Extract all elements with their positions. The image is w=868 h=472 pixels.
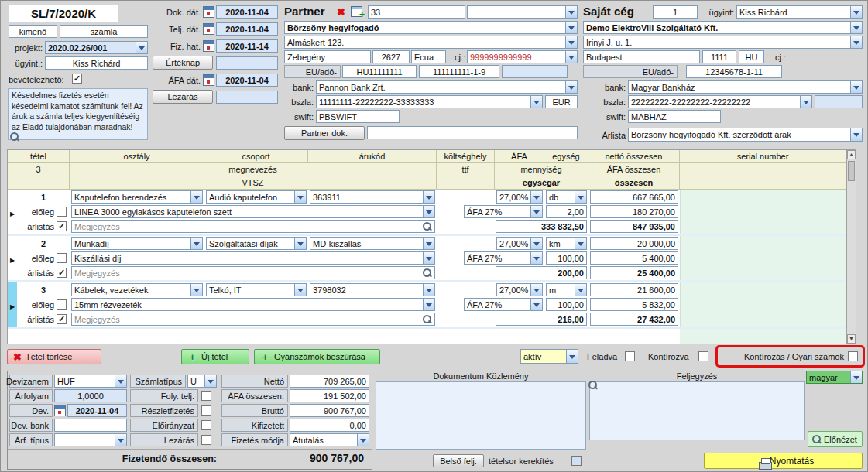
partner-extra-field[interactable] [502,65,568,78]
row-select-marker[interactable]: ▶ [8,190,17,234]
arukod-select[interactable]: MD-kiszallas [310,237,435,250]
company-city-field[interactable]: Budapest [583,50,700,63]
company-country-field[interactable]: HU [739,50,764,63]
lezaras-button[interactable]: Lezárás [153,90,213,104]
arukod-select[interactable]: 363911 [310,190,435,204]
company-zip-field[interactable]: 1111 [702,50,736,63]
kozlemeny-textarea[interactable] [376,381,586,450]
eloleg-checkbox[interactable] [57,253,67,263]
fiz-hat-calendar-icon[interactable] [203,40,214,52]
scroll-thumb[interactable] [848,161,855,181]
partner-bank-select[interactable]: Pannon Bank Zrt. [316,80,578,94]
arfolyam-field[interactable]: 1,0000 [54,389,127,402]
table-scrollbar[interactable]: ▲ ▼ [846,150,856,344]
partner-cj-select[interactable]: 9999999999999 [467,50,578,63]
eloiranyzat-checkbox[interactable] [201,420,211,430]
afa-osszeg-field[interactable]: 5 832,00 [590,298,678,311]
arukod-select[interactable]: 3798032 [310,283,435,296]
erteknap-field[interactable] [216,56,278,70]
egysegar-field[interactable]: 216,00 [496,313,587,326]
osztaly-select[interactable]: Kaputelefon berendezés [71,190,203,204]
delete-line-button[interactable]: ✖ Tétel törlése [7,349,101,364]
payment-note[interactable]: Késedelmes fizetés esetén késedelmi kama… [8,88,148,140]
serial-number-cell[interactable] [680,190,846,234]
price-list-select[interactable]: Börzsöny hegyifogadó Kft. szerződött ára… [628,128,863,142]
company-name-select[interactable]: Demo ElektroVill Szolgáltató Kft. [583,21,863,34]
osszesen-field[interactable]: 25 400,00 [590,266,678,279]
feljegyzes-textarea[interactable] [589,381,805,440]
scroll-down-button[interactable]: ▼ [847,334,856,344]
fiz-hat-field[interactable]: 2020-11-14 [216,39,278,53]
partner-lookup-select[interactable] [467,5,578,19]
megjegyzes-field[interactable]: Megjegyzés [71,266,435,279]
partner-swift-field[interactable]: PBSWIFT [316,110,400,123]
afa-osszeg-field[interactable]: 5 400,00 [590,251,678,265]
mennyiseg-field[interactable]: 100,00 [546,298,587,311]
kontirozva-checkbox[interactable] [698,351,708,361]
dok-dat-calendar-icon[interactable] [203,6,214,18]
partner-address-select[interactable]: Almáskert 123. [284,36,578,49]
company-bszla-select[interactable]: 22222222-22222222-22222222 [628,95,812,108]
partner-eu-vat-field[interactable]: HU11111111 [342,65,417,78]
egysegar-field[interactable]: 333 832,50 [496,220,587,233]
new-line-button[interactable]: + Új tétel [181,349,249,364]
partner-dok-button[interactable]: Partner dok. [284,126,365,140]
megnevezes-select[interactable]: LINEA 3000 egylakásos kaputelefon szett [71,205,435,218]
partner-zip-field[interactable]: 2627 [372,50,410,63]
osszesen-field[interactable]: 27 432,00 [590,313,678,326]
dok-dat-field[interactable]: 2020-11-04 [216,5,278,19]
row-select-marker[interactable]: ▶ [8,236,17,280]
telj-dat-field[interactable]: 2020-11-04 [216,22,278,36]
company-bank-select[interactable]: Magyar Bankház [628,80,863,94]
magnifier-icon[interactable] [422,314,432,324]
eloleg-checkbox[interactable] [57,207,67,217]
afa-percent-select[interactable]: 27,00% [496,237,543,250]
csoport-select[interactable]: Telkó, IT [206,283,307,296]
tetelsor-kerekites-checkbox[interactable] [571,456,582,466]
ugyintezo-field[interactable]: Kiss Richárd [45,56,148,70]
magnifier-icon[interactable] [422,268,432,278]
partner-tax-field[interactable]: 111111111-1-9 [419,65,499,78]
projekt-select[interactable]: 2020.02.26/001 [45,41,148,54]
partner-currency-field[interactable]: EUR [545,95,578,108]
afa-select[interactable]: ÁFA 27% [464,298,543,311]
partner-bszla-select[interactable]: 11111111-22222222-33333333 [316,95,543,108]
afa-dat-calendar-icon[interactable] [203,74,214,86]
afa-percent-select[interactable]: 27,00% [496,190,543,204]
company-extra-field[interactable] [815,95,863,108]
dev-calendar-icon[interactable] [54,405,66,416]
csoport-select[interactable]: Szolgáltatási díjak [206,237,307,250]
partner-name-select[interactable]: Börzsöny hegyifogadó [284,21,578,34]
feladva-checkbox[interactable] [625,351,635,361]
unit-select[interactable]: km [546,237,587,250]
insert-serials-button[interactable]: + Gyáriszámok beszúrása [254,349,380,364]
netto-osszesen-field[interactable]: 21 600,00 [590,283,678,296]
osszesen-field[interactable]: 847 935,00 [590,220,678,233]
afa-dat-field[interactable]: 2020-11-04 [216,74,278,87]
scroll-up-button[interactable]: ▲ [847,150,856,159]
company-tax-field[interactable]: 12345678-1-11 [686,65,782,78]
company-address-select[interactable]: Irinyi J. u. 1. [583,36,863,49]
mennyiseg-field[interactable]: 100,00 [546,251,587,265]
language-select[interactable]: magyar [806,371,863,384]
devizanem-select[interactable]: HUF [54,375,127,388]
arf-tipus-select[interactable] [54,433,127,446]
afa-percent-select[interactable]: 27,00% [496,283,543,296]
kontirozas-checkbox[interactable] [848,351,858,361]
egysegar-field[interactable]: 200,00 [496,266,587,279]
line-item-1[interactable]: ▶ 1 Kaputelefon berendezés Audió kaputel… [8,190,846,236]
telj-dat-calendar-icon[interactable] [203,23,214,35]
osztaly-select[interactable]: Kábelek, vezetékek [71,283,203,296]
szamlatipus-select[interactable]: U [187,375,217,388]
partner-country-field[interactable]: Ecua [411,50,446,63]
erteknap-button[interactable]: Értéknap [153,56,213,70]
partner-dok-field[interactable] [367,126,578,139]
fizetes-modja-select[interactable]: Átutalás [290,433,369,446]
netto-osszesen-field[interactable]: 20 000,00 [590,237,678,250]
company-ugyintezo-select[interactable]: Kiss Richárd [736,5,863,19]
megjegyzes-field[interactable]: Megjegyzés [71,220,435,233]
megjegyzes-field[interactable]: Megjegyzés [71,313,435,326]
row-select-marker-selected[interactable]: ▶ [8,282,17,327]
partner-code-field[interactable]: 33 [368,5,465,19]
line-item-2[interactable]: ▶ 2 Munkadíj Szolgáltatási díjak MD-kisz… [8,236,846,282]
